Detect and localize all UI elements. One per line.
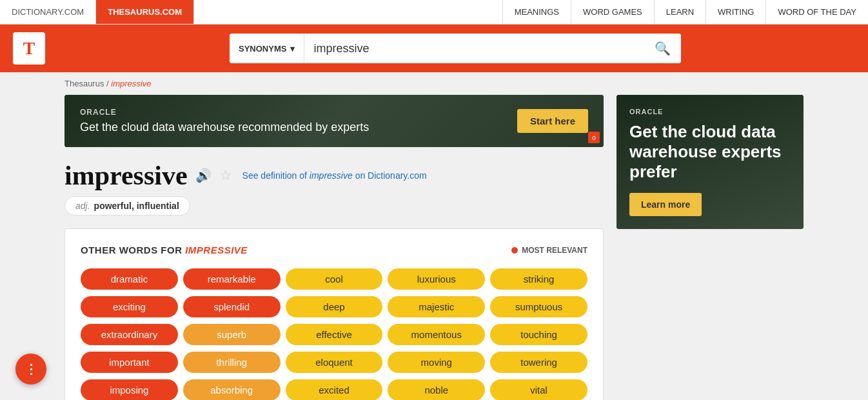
- sidebar-ad-text: Get the cloud data warehouse experts pre…: [629, 122, 791, 183]
- synonym-tag[interactable]: majestic: [388, 296, 485, 317]
- synonyms-label: SYNONYMS: [239, 44, 286, 54]
- synonym-tag[interactable]: deep: [286, 296, 383, 317]
- synonym-tag[interactable]: towering: [490, 352, 587, 373]
- ad-brand: ORACLE: [80, 108, 369, 117]
- nav-writing[interactable]: WRITING: [705, 0, 765, 24]
- synonym-tag[interactable]: splendid: [183, 296, 281, 317]
- dict-link-suffix: on Dictionary.com: [353, 170, 427, 181]
- dictionary-definition-link[interactable]: See definition of impressive on Dictiona…: [242, 170, 427, 181]
- search-icon: 🔍: [655, 41, 671, 55]
- ad-corner: o: [588, 132, 600, 143]
- synonym-tag[interactable]: remarkable: [183, 268, 281, 290]
- synonym-tag[interactable]: touching: [490, 324, 587, 345]
- card-title-word: impressive: [185, 245, 248, 255]
- synonym-tag[interactable]: exciting: [81, 296, 178, 317]
- synonym-tag[interactable]: absorbing: [183, 379, 281, 400]
- ad-content: ORACLE Get the cloud data warehouse reco…: [80, 108, 369, 134]
- pos-tab[interactable]: adj.powerful, influential: [64, 196, 190, 215]
- relevance-dot: [511, 247, 518, 254]
- dict-link-prefix: See definition of: [242, 170, 310, 181]
- synonym-tag[interactable]: vital: [490, 379, 587, 400]
- synonym-tag[interactable]: imposing: [81, 379, 178, 400]
- part-of-speech: adj.: [75, 201, 90, 211]
- breadcrumb-separator: /: [104, 79, 111, 88]
- synonyms-dropdown-button[interactable]: SYNONYMS ▾: [230, 34, 304, 63]
- synonym-tag[interactable]: important: [81, 352, 178, 373]
- synonym-tag[interactable]: sumptuous: [490, 296, 587, 317]
- dict-link-word: impressive: [310, 170, 353, 181]
- card-title-prefix: OTHER WORDS FOR: [81, 245, 185, 255]
- word-heading: impressive 🔊 ☆ See definition of impress…: [64, 160, 604, 191]
- synonym-tag[interactable]: striking: [490, 268, 587, 290]
- pos-meaning: powerful, influential: [94, 201, 179, 211]
- word-title: impressive: [64, 160, 188, 191]
- most-relevant-label: MOST RELEVANT: [511, 246, 587, 255]
- search-input[interactable]: [304, 34, 644, 63]
- synonym-tag[interactable]: noble: [388, 379, 485, 400]
- chevron-down-icon: ▾: [290, 44, 295, 54]
- search-button[interactable]: 🔍: [644, 34, 681, 63]
- nav-items: MEANINGS WORD GAMES LEARN WRITING WORD O…: [502, 0, 868, 24]
- synonym-tag[interactable]: momentous: [388, 324, 485, 345]
- fab-button[interactable]: ⋮: [15, 354, 46, 385]
- sidebar-ad-brand: ORACLE: [629, 108, 791, 115]
- synonym-tag[interactable]: cool: [286, 268, 383, 290]
- ad-banner: ORACLE Get the cloud data warehouse reco…: [64, 95, 604, 147]
- nav-word-games[interactable]: WORD GAMES: [571, 0, 654, 24]
- search-header: T SYNONYMS ▾ 🔍: [0, 25, 868, 72]
- card-title: OTHER WORDS FOR impressive: [81, 245, 248, 255]
- tags-grid: dramaticremarkablecoolluxuriousstrikinge…: [81, 268, 587, 400]
- synonym-tag[interactable]: excited: [286, 379, 383, 400]
- synonym-tag[interactable]: luxurious: [388, 268, 485, 290]
- synonyms-card: OTHER WORDS FOR impressive MOST RELEVANT…: [64, 228, 604, 400]
- breadcrumb: Thesaurus / impressive: [0, 72, 868, 95]
- ad-text: Get the cloud data warehouse recommended…: [80, 121, 369, 134]
- top-nav: DICTIONARY.COM THESAURUS.COM MEANINGS WO…: [0, 0, 868, 25]
- nav-meanings[interactable]: MEANINGS: [502, 0, 571, 24]
- breadcrumb-base[interactable]: Thesaurus: [64, 79, 104, 88]
- card-header: OTHER WORDS FOR impressive MOST RELEVANT: [81, 245, 587, 255]
- thesaurus-link[interactable]: THESAURUS.COM: [96, 0, 194, 24]
- synonym-tag[interactable]: extraordinary: [81, 324, 178, 345]
- synonym-tag[interactable]: effective: [286, 324, 383, 345]
- synonym-tag[interactable]: dramatic: [81, 268, 178, 290]
- star-icon[interactable]: ☆: [219, 167, 232, 184]
- sidebar-ad-cta-button[interactable]: Learn more: [629, 193, 702, 216]
- speaker-icon[interactable]: 🔊: [195, 168, 212, 183]
- content-area: ORACLE Get the cloud data warehouse reco…: [64, 95, 604, 400]
- relevance-text: MOST RELEVANT: [522, 246, 587, 255]
- nav-word-of-day[interactable]: WORD OF THE DAY: [765, 0, 868, 24]
- synonym-tag[interactable]: superb: [183, 324, 281, 345]
- search-bar: SYNONYMS ▾ 🔍: [230, 34, 681, 63]
- ad-cta-button[interactable]: Start here: [517, 109, 588, 133]
- synonym-tag[interactable]: eloquent: [286, 352, 383, 373]
- sidebar-ad-content: ORACLE Get the cloud data warehouse expe…: [629, 108, 791, 216]
- synonym-tag[interactable]: moving: [388, 352, 485, 373]
- breadcrumb-current: impressive: [111, 79, 151, 88]
- right-sidebar: ORACLE Get the cloud data warehouse expe…: [616, 95, 804, 400]
- logo: T: [13, 32, 45, 65]
- dictionary-link[interactable]: DICTIONARY.COM: [0, 0, 96, 24]
- sidebar-ad: ORACLE Get the cloud data warehouse expe…: [616, 95, 804, 229]
- nav-learn[interactable]: LEARN: [654, 0, 705, 24]
- synonym-tag[interactable]: thrilling: [183, 352, 281, 373]
- main-layout: ORACLE Get the cloud data warehouse reco…: [0, 95, 868, 400]
